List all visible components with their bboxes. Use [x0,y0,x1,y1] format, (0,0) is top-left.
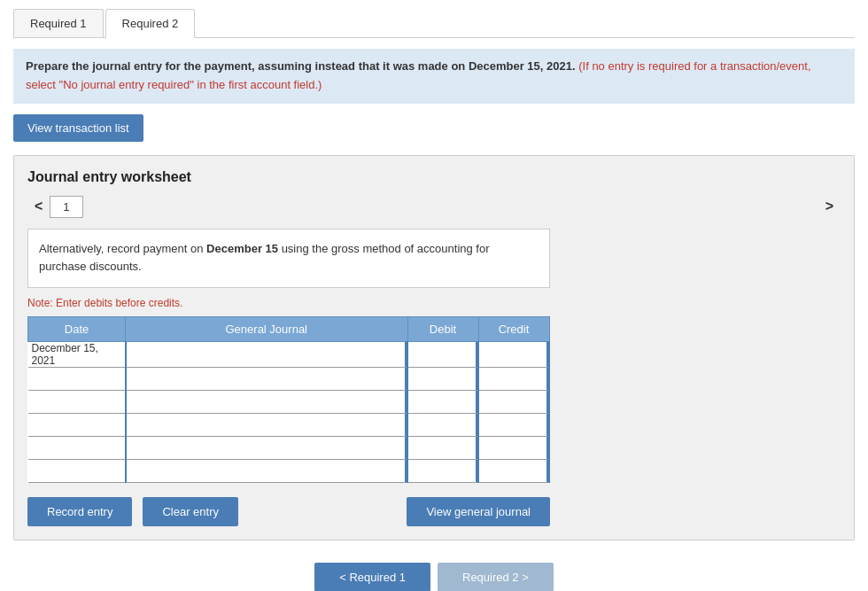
col-header-credit: Credit [478,317,549,342]
credit-input-cell-2[interactable] [478,368,549,391]
view-transaction-btn-container: View transaction list [13,114,855,142]
debit-input-6[interactable] [408,460,477,482]
credit-input-cell-3[interactable] [478,391,549,414]
credit-input-1[interactable] [479,342,548,367]
journal-input-3[interactable] [127,391,407,413]
info-box: Prepare the journal entry for the paymen… [13,49,855,104]
date-cell-5 [28,437,126,460]
journal-input-cell-2[interactable] [126,368,408,391]
note-text: Note: Enter debits before credits. [27,297,841,309]
debit-input-cell-3[interactable] [407,391,478,414]
date-cell-6 [28,460,126,483]
journal-input-cell-1[interactable] [126,342,408,368]
credit-input-cell-1[interactable] [478,342,549,368]
worksheet-container: Journal entry worksheet < 1 > Alternativ… [13,155,855,541]
journal-input-4[interactable] [127,414,407,436]
credit-input-6[interactable] [479,460,548,482]
prev-page-button[interactable]: < [27,198,50,214]
credit-input-3[interactable] [479,391,548,413]
col-header-debit: Debit [407,317,478,342]
worksheet-title: Journal entry worksheet [27,169,841,185]
info-box-bold-text: Prepare the journal entry for the paymen… [26,59,576,73]
date-cell-4 [28,414,126,437]
credit-input-2[interactable] [479,368,548,390]
journal-input-5[interactable] [127,437,407,459]
date-cell-1: December 15, 2021 [28,342,126,368]
bottom-nav-required1-button[interactable]: < Required 1 [314,563,430,591]
credit-input-cell-4[interactable] [478,414,549,437]
credit-input-4[interactable] [479,414,548,436]
table-row: December 15, 2021 [28,342,550,368]
next-page-button[interactable]: > [818,198,841,214]
description-box: Alternatively, record payment on Decembe… [27,229,550,289]
col-header-journal: General Journal [126,317,408,342]
debit-input-cell-2[interactable] [407,368,478,391]
table-row [28,391,550,414]
debit-input-4[interactable] [408,414,477,436]
debit-input-cell-5[interactable] [407,437,478,460]
journal-input-6[interactable] [127,460,407,482]
page-nav: < 1 > [27,196,841,218]
journal-input-cell-6[interactable] [126,460,408,483]
table-row [28,368,550,391]
action-buttons-row: Record entry Clear entry View general jo… [27,497,550,526]
description-text: Alternatively, record payment on Decembe… [39,242,490,274]
journal-input-cell-4[interactable] [126,414,408,437]
debit-input-cell-6[interactable] [407,460,478,483]
journal-input-cell-5[interactable] [126,437,408,460]
debit-input-2[interactable] [408,368,477,390]
debit-input-cell-1[interactable] [407,342,478,368]
credit-input-5[interactable] [479,437,548,459]
tab-required1[interactable]: Required 1 [13,9,104,37]
clear-entry-button[interactable]: Clear entry [143,497,238,526]
date-cell-3 [28,391,126,414]
credit-input-cell-6[interactable] [478,460,549,483]
record-entry-button[interactable]: Record entry [27,497,132,526]
view-general-journal-button[interactable]: View general journal [407,497,550,526]
credit-input-cell-5[interactable] [478,437,549,460]
journal-table: Date General Journal Debit Credit Decemb… [27,316,550,483]
tabs-container: Required 1 Required 2 [13,9,855,38]
debit-input-cell-4[interactable] [407,414,478,437]
date-cell-2 [28,368,126,391]
journal-input-cell-3[interactable] [126,391,408,414]
debit-input-5[interactable] [408,437,477,459]
debit-input-1[interactable] [408,342,477,367]
tab-required2[interactable]: Required 2 [105,9,196,38]
current-page: 1 [50,196,82,218]
table-row [28,460,550,483]
debit-input-3[interactable] [408,391,477,413]
bottom-nav-required2-button[interactable]: Required 2 > [438,563,554,591]
journal-input-2[interactable] [127,368,407,390]
bottom-nav: < Required 1 Required 2 > [0,563,868,591]
col-header-date: Date [28,317,126,342]
journal-input-1[interactable] [127,342,407,367]
table-row [28,414,550,437]
table-row [28,437,550,460]
view-transaction-list-button[interactable]: View transaction list [13,114,143,142]
